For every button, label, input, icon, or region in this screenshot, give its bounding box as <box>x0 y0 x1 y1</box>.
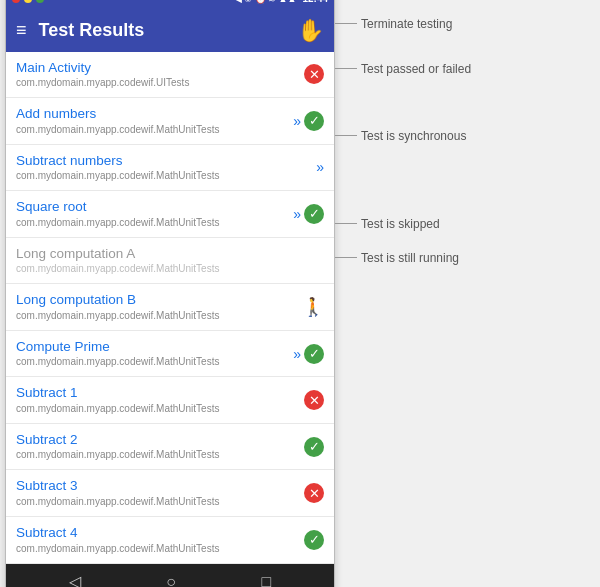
test-item[interactable]: Subtract 1com.mydomain.myapp.codewif.Mat… <box>6 377 334 424</box>
test-item[interactable]: Add numberscom.mydomain.myapp.codewif.Ma… <box>6 98 334 145</box>
home-button[interactable]: ○ <box>166 573 176 587</box>
test-icons: ✕ <box>286 483 324 503</box>
test-item-info: Subtract 2com.mydomain.myapp.codewif.Mat… <box>16 431 286 463</box>
annotation-label: Terminate testing <box>357 17 452 31</box>
nav-bar: ◁ ○ □ <box>6 564 334 587</box>
recent-button[interactable]: □ <box>262 573 272 587</box>
pass-icon: ✓ <box>304 437 324 457</box>
status-right: ◀ ① ⏰ ≋ ▲▲ 12:44 <box>235 0 328 4</box>
test-name: Subtract 2 <box>16 431 286 449</box>
test-item-info: Subtract 3com.mydomain.myapp.codewif.Mat… <box>16 477 286 509</box>
test-item[interactable]: Main Activitycom.mydomain.myapp.codewif.… <box>6 52 334 99</box>
test-icons: ✓ <box>286 530 324 550</box>
test-name: Long computation A <box>16 245 286 263</box>
test-item[interactable]: Subtract numberscom.mydomain.myapp.codew… <box>6 145 334 192</box>
annotation-pass-fail: Test passed or failed <box>335 62 471 76</box>
test-package: com.mydomain.myapp.codewif.MathUnitTests <box>16 448 286 462</box>
annotation-connector <box>335 223 357 224</box>
annotation-skipped: Test is skipped <box>335 217 440 231</box>
back-button[interactable]: ◁ <box>69 572 81 587</box>
test-item-info: Long computation Bcom.mydomain.myapp.cod… <box>16 291 286 323</box>
status-icons: ◀ ① ⏰ ≋ ▲▲ <box>235 0 297 4</box>
chevron-icon: » <box>293 346 301 362</box>
test-name: Subtract 1 <box>16 384 286 402</box>
test-item-info: Square rootcom.mydomain.myapp.codewif.Ma… <box>16 198 286 230</box>
fail-icon: ✕ <box>304 64 324 84</box>
test-item-info: Main Activitycom.mydomain.myapp.codewif.… <box>16 59 286 91</box>
pass-icon: ✓ <box>304 530 324 550</box>
annotation-label: Test is synchronous <box>357 129 466 143</box>
toolbar: ≡ Test Results ✋ <box>6 10 334 52</box>
test-icons: 🚶 <box>286 296 324 318</box>
test-name: Subtract 3 <box>16 477 286 495</box>
test-item[interactable]: Long computation Acom.mydomain.myapp.cod… <box>6 238 334 285</box>
test-name: Add numbers <box>16 105 286 123</box>
annotation-connector <box>335 23 357 24</box>
test-item-info: Long computation Acom.mydomain.myapp.cod… <box>16 245 286 277</box>
test-icons: ✕ <box>286 390 324 410</box>
test-name: Main Activity <box>16 59 286 77</box>
running-icon: 🚶 <box>302 296 324 318</box>
dot-green <box>36 0 44 3</box>
test-item[interactable]: Square rootcom.mydomain.myapp.codewif.Ma… <box>6 191 334 238</box>
test-item-info: Subtract 1com.mydomain.myapp.codewif.Mat… <box>16 384 286 416</box>
annotation-connector <box>335 135 357 136</box>
pass-icon: ✓ <box>304 344 324 364</box>
menu-icon[interactable]: ≡ <box>16 20 27 41</box>
test-item[interactable]: Compute Primecom.mydomain.myapp.codewif.… <box>6 331 334 378</box>
test-icons: ✕ <box>286 64 324 84</box>
test-item[interactable]: Subtract 4com.mydomain.myapp.codewif.Mat… <box>6 517 334 564</box>
test-item-info: Subtract numberscom.mydomain.myapp.codew… <box>16 152 286 184</box>
test-package: com.mydomain.myapp.codewif.MathUnitTests <box>16 355 286 369</box>
annotation-terminate: Terminate testing <box>335 17 452 31</box>
test-icons: »✓ <box>286 344 324 364</box>
test-package: com.mydomain.myapp.codewif.MathUnitTests <box>16 123 286 137</box>
dot-red <box>12 0 20 3</box>
test-item[interactable]: Subtract 3com.mydomain.myapp.codewif.Mat… <box>6 470 334 517</box>
test-icons: » <box>286 159 324 175</box>
chevron-icon: » <box>293 113 301 129</box>
annotation-label: Test is still running <box>357 251 459 265</box>
test-icons: »✓ <box>286 204 324 224</box>
window-controls <box>12 0 44 3</box>
annotation-running: Test is still running <box>335 251 459 265</box>
main-layout: ◀ ① ⏰ ≋ ▲▲ 12:44 ≡ Test Results ✋ Main A… <box>5 0 595 587</box>
test-item[interactable]: Subtract 2com.mydomain.myapp.codewif.Mat… <box>6 424 334 471</box>
annotation-connector <box>335 257 357 258</box>
annotation-label: Test passed or failed <box>357 62 471 76</box>
dot-yellow <box>24 0 32 3</box>
test-name: Compute Prime <box>16 338 286 356</box>
annotation-connector <box>335 68 357 69</box>
test-list: Main Activitycom.mydomain.myapp.codewif.… <box>6 52 334 564</box>
fail-icon: ✕ <box>304 483 324 503</box>
test-item-info: Add numberscom.mydomain.myapp.codewif.Ma… <box>16 105 286 137</box>
annotations-panel: Terminate testingTest passed or failedTe… <box>335 0 595 467</box>
pass-icon: ✓ <box>304 204 324 224</box>
annotation-synchronous: Test is synchronous <box>335 129 466 143</box>
status-bar: ◀ ① ⏰ ≋ ▲▲ 12:44 <box>6 0 334 10</box>
test-package: com.mydomain.myapp.codewif.UITests <box>16 76 286 90</box>
test-icons: ✓ <box>286 437 324 457</box>
status-time: 12:44 <box>302 0 328 4</box>
test-item-info: Subtract 4com.mydomain.myapp.codewif.Mat… <box>16 524 286 556</box>
chevron-icon: » <box>293 206 301 222</box>
test-package: com.mydomain.myapp.codewif.MathUnitTests <box>16 309 286 323</box>
test-item[interactable]: Long computation Bcom.mydomain.myapp.cod… <box>6 284 334 331</box>
stop-button[interactable]: ✋ <box>297 18 324 44</box>
test-item-info: Compute Primecom.mydomain.myapp.codewif.… <box>16 338 286 370</box>
pass-icon: ✓ <box>304 111 324 131</box>
test-icons: »✓ <box>286 111 324 131</box>
test-name: Subtract numbers <box>16 152 286 170</box>
test-package: com.mydomain.myapp.codewif.MathUnitTests <box>16 542 286 556</box>
test-name: Long computation B <box>16 291 286 309</box>
test-package: com.mydomain.myapp.codewif.MathUnitTests <box>16 216 286 230</box>
test-package: com.mydomain.myapp.codewif.MathUnitTests <box>16 169 286 183</box>
test-name: Square root <box>16 198 286 216</box>
chevron-icon: » <box>316 159 324 175</box>
fail-icon: ✕ <box>304 390 324 410</box>
test-package: com.mydomain.myapp.codewif.MathUnitTests <box>16 262 286 276</box>
test-package: com.mydomain.myapp.codewif.MathUnitTests <box>16 402 286 416</box>
test-package: com.mydomain.myapp.codewif.MathUnitTests <box>16 495 286 509</box>
toolbar-title: Test Results <box>39 20 297 41</box>
test-name: Subtract 4 <box>16 524 286 542</box>
